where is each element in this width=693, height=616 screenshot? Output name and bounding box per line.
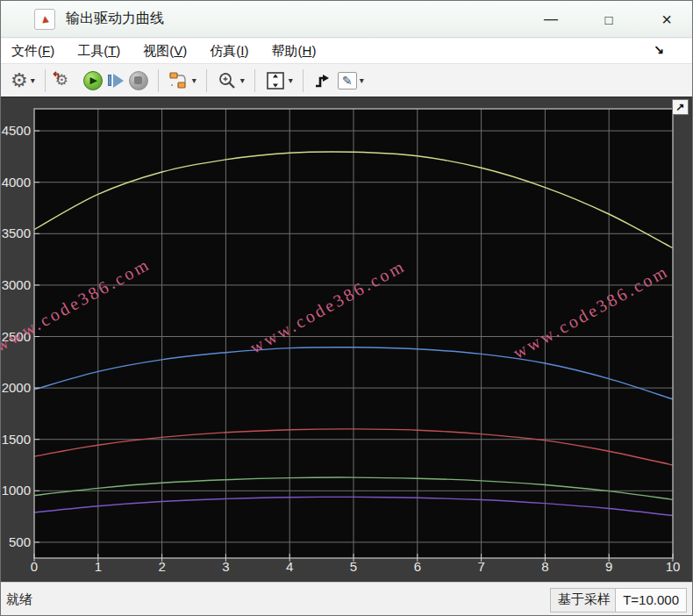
trigger-button[interactable] xyxy=(311,68,335,94)
scope-plot: 0123456789105001000150020002500300035004… xyxy=(1,97,693,582)
window-title: 输出驱动力曲线 xyxy=(66,10,164,28)
stop-button[interactable] xyxy=(126,68,151,94)
sample-mode-panel: 基于采样 xyxy=(550,588,618,612)
plot-corner-button[interactable]: ↗ xyxy=(672,99,689,115)
svg-text:1: 1 xyxy=(95,559,102,574)
minimize-icon: — xyxy=(544,11,558,27)
svg-text:6: 6 xyxy=(414,559,421,574)
run-button[interactable]: ▶ xyxy=(81,68,105,94)
svg-text:3000: 3000 xyxy=(2,277,31,292)
svg-text:10: 10 xyxy=(666,559,681,574)
svg-text:1500: 1500 xyxy=(2,432,31,447)
menu-file[interactable]: 文件(F) xyxy=(11,39,54,63)
toolbar-separator xyxy=(303,69,304,92)
menu-view[interactable]: 视图(V) xyxy=(143,39,187,63)
autoscale-icon xyxy=(265,71,286,90)
toolbar-separator xyxy=(158,69,159,92)
chevron-down-icon: ▾ xyxy=(31,75,35,85)
chevron-down-icon: ▾ xyxy=(192,75,196,85)
app-icon: ▲ xyxy=(34,9,55,30)
menubar: 文件(F) 工具(T) 视图(V) 仿真(I) 帮助(H) ↘ xyxy=(1,39,692,64)
svg-text:1000: 1000 xyxy=(2,483,31,498)
sim-time-panel: T=10.000 xyxy=(615,588,687,612)
arrow-up-right-icon: ↗ xyxy=(675,102,684,112)
maximize-icon: □ xyxy=(604,12,612,27)
toolbar-separator xyxy=(254,69,255,92)
menu-tools[interactable]: 工具(T) xyxy=(77,39,120,63)
chevron-down-icon: ▾ xyxy=(360,75,364,85)
parameters-button[interactable]: ⚙ ▾ xyxy=(8,68,38,94)
statusbar: 就绪 基于采样 T=10.000 xyxy=(1,582,692,616)
autoscale-button[interactable]: ▾ xyxy=(262,68,296,94)
svg-text:4000: 4000 xyxy=(2,175,31,190)
svg-text:2: 2 xyxy=(158,559,165,574)
chevron-down-icon: ▾ xyxy=(289,75,293,85)
restore-settings-button[interactable]: ⚙ ↰ xyxy=(53,68,81,94)
svg-text:4: 4 xyxy=(286,559,293,574)
toolbar-separator xyxy=(45,69,46,92)
svg-text:2000: 2000 xyxy=(2,380,31,395)
signal-blocks-icon xyxy=(168,71,189,90)
close-icon: × xyxy=(661,10,672,30)
svg-text:0: 0 xyxy=(31,559,38,574)
chevron-down-icon: ▾ xyxy=(240,75,245,85)
svg-text:5: 5 xyxy=(350,559,357,574)
pen-icon: ✎ xyxy=(338,72,357,90)
play-icon: ▶ xyxy=(83,71,103,90)
toolbar: ⚙ ▾ ⚙ ↰ ▶ ▾ xyxy=(1,64,692,97)
minimize-button[interactable]: — xyxy=(537,6,565,32)
svg-text:4500: 4500 xyxy=(2,123,31,138)
svg-text:500: 500 xyxy=(9,534,31,549)
signal-selector-button[interactable]: ▾ xyxy=(166,68,199,94)
scope-window: ▲ 输出驱动力曲线 — □ × 文件(F) 工具(T) 视图(V) 仿真(I) … xyxy=(0,0,693,616)
trigger-signal-icon xyxy=(313,71,332,90)
svg-text:9: 9 xyxy=(605,559,612,574)
measurements-button[interactable]: ✎ ▾ xyxy=(335,68,367,94)
svg-text:3: 3 xyxy=(222,559,229,574)
app-icon-glyph: ▲ xyxy=(39,12,52,25)
magnifier-plus-icon xyxy=(217,71,238,90)
step-forward-button[interactable] xyxy=(105,68,126,94)
stop-icon xyxy=(129,71,148,90)
maximize-button[interactable]: □ xyxy=(595,6,623,32)
menu-simulation[interactable]: 仿真(I) xyxy=(210,39,248,63)
svg-text:7: 7 xyxy=(477,559,484,574)
zoom-button[interactable]: ▾ xyxy=(214,68,247,94)
step-forward-icon xyxy=(108,74,124,88)
menu-overflow-icon[interactable]: ↘ xyxy=(654,42,664,56)
menu-help[interactable]: 帮助(H) xyxy=(272,39,317,63)
close-button[interactable]: × xyxy=(653,6,681,32)
svg-text:3500: 3500 xyxy=(2,226,31,240)
scope-canvas[interactable]: 0123456789105001000150020002500300035004… xyxy=(1,97,693,582)
svg-text:8: 8 xyxy=(541,559,548,574)
toolbar-separator xyxy=(206,69,207,92)
status-text: 就绪 xyxy=(6,591,32,608)
gear-back-icon: ⚙ ↰ xyxy=(55,73,78,89)
gear-icon: ⚙ xyxy=(11,71,28,90)
titlebar: ▲ 输出驱动力曲线 — □ × xyxy=(1,1,692,38)
